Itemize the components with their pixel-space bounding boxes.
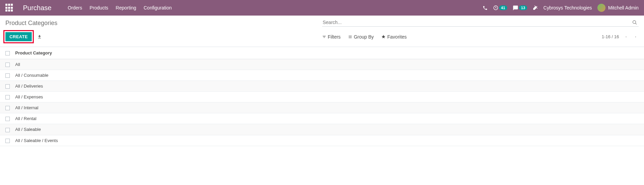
pager: 1-16 / 16	[602, 34, 639, 40]
nav-configuration[interactable]: Configuration	[144, 5, 172, 10]
row-checkbox[interactable]	[5, 63, 10, 67]
row-checkbox[interactable]	[5, 128, 10, 132]
category-name[interactable]: All / Saleable / Events	[12, 135, 644, 146]
category-name[interactable]: All / Rental	[12, 113, 644, 124]
phone-icon[interactable]	[483, 5, 488, 10]
nav-products[interactable]: Products	[89, 5, 108, 10]
category-table: Product Category AllAll / ConsumableAll …	[0, 47, 644, 146]
breadcrumb: Product Categories	[5, 18, 322, 27]
create-button[interactable]: CREATE	[5, 32, 32, 41]
search-icon[interactable]	[631, 20, 639, 25]
table-row[interactable]: All / Internal	[0, 102, 644, 113]
nav-reporting[interactable]: Reporting	[116, 5, 136, 10]
row-checkbox[interactable]	[5, 139, 10, 143]
table-row[interactable]: All	[0, 59, 644, 70]
nav-menu: Orders Products Reporting Configuration	[68, 5, 172, 10]
wrench-icon[interactable]	[533, 5, 538, 10]
category-name[interactable]: All	[12, 59, 644, 70]
control-panel: Product Categories CREATE Filters	[0, 16, 644, 47]
search-options: Filters Group By Favorites	[322, 34, 407, 40]
category-name[interactable]: All / Saleable	[12, 124, 644, 135]
row-checkbox[interactable]	[5, 84, 10, 89]
filters-button[interactable]: Filters	[322, 34, 341, 40]
groupby-label: Group By	[354, 34, 374, 40]
column-header[interactable]: Product Category	[12, 47, 644, 59]
row-checkbox[interactable]	[5, 106, 10, 110]
user-name: Mitchell Admin	[608, 5, 639, 10]
messages-badge: 13	[519, 5, 527, 10]
svg-point-1	[633, 20, 636, 23]
table-row[interactable]: All / Rental	[0, 113, 644, 124]
category-name[interactable]: All / Internal	[12, 102, 644, 113]
row-checkbox[interactable]	[5, 95, 10, 99]
pager-prev[interactable]	[623, 34, 629, 40]
nav-orders[interactable]: Orders	[68, 5, 82, 10]
row-checkbox[interactable]	[5, 117, 10, 121]
navbar: Purchase Orders Products Reporting Confi…	[0, 0, 644, 16]
company-switcher[interactable]: Cybrosys Technologies	[543, 5, 592, 10]
favorites-label: Favorites	[387, 34, 407, 40]
activity-icon[interactable]: 41	[493, 5, 507, 10]
table-row[interactable]: All / Saleable	[0, 124, 644, 135]
create-highlight: CREATE	[3, 30, 34, 43]
avatar	[597, 4, 606, 12]
svg-line-2	[635, 23, 637, 24]
table-row[interactable]: All / Saleable / Events	[0, 135, 644, 146]
select-all-checkbox[interactable]	[5, 51, 10, 55]
pager-range[interactable]: 1-16 / 16	[602, 34, 619, 39]
apps-icon[interactable]	[5, 4, 14, 12]
table-row[interactable]: All / Expenses	[0, 92, 644, 102]
groupby-button[interactable]: Group By	[348, 34, 374, 40]
user-menu[interactable]: Mitchell Admin	[597, 4, 639, 12]
search-input[interactable]	[322, 18, 631, 26]
messages-icon[interactable]: 13	[513, 5, 527, 11]
search-wrap	[322, 18, 639, 27]
pager-next[interactable]	[633, 34, 639, 40]
app-name[interactable]: Purchase	[23, 4, 52, 12]
filters-label: Filters	[328, 34, 341, 40]
category-name[interactable]: All / Deliveries	[12, 81, 644, 92]
category-name[interactable]: All / Consumable	[12, 70, 644, 81]
import-button[interactable]	[37, 34, 42, 39]
favorites-button[interactable]: Favorites	[381, 34, 407, 40]
table-row[interactable]: All / Deliveries	[0, 81, 644, 92]
table-row[interactable]: All / Consumable	[0, 70, 644, 81]
activity-badge: 41	[499, 5, 507, 10]
category-name[interactable]: All / Expenses	[12, 92, 644, 102]
row-checkbox[interactable]	[5, 73, 10, 78]
nav-right: 41 13 Cybrosys Technologies Mitchell Adm…	[483, 4, 639, 12]
